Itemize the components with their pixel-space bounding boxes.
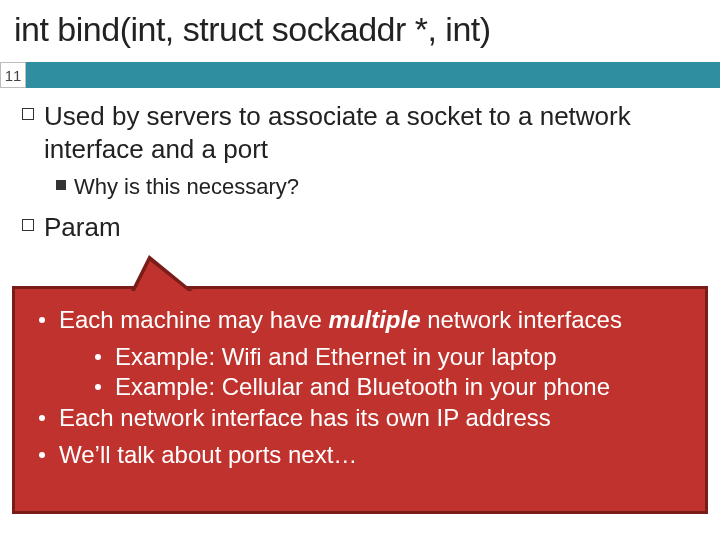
bullet-level1: Used by servers to associate a socket to…: [22, 100, 702, 165]
bullet-level2: Why is this necessary?: [56, 173, 702, 201]
callout-text: Each machine may have multiple network i…: [59, 305, 622, 336]
page-number-badge: 11: [0, 62, 26, 88]
speech-pointer-fill-icon: [135, 261, 188, 291]
filled-square-bullet-icon: [56, 180, 66, 190]
header-stripe: [0, 62, 720, 88]
callout-bullet: We’ll talk about ports next…: [33, 440, 687, 471]
bullet-text: Why is this necessary?: [74, 173, 299, 201]
bullet-text: Param: [44, 211, 121, 244]
body-content: Used by servers to associate a socket to…: [22, 100, 702, 251]
dot-bullet-icon: [95, 384, 101, 390]
dot-bullet-icon: [39, 317, 45, 323]
bullet-level1: Param: [22, 211, 702, 244]
dot-bullet-icon: [39, 415, 45, 421]
text-segment: Why: [74, 174, 118, 199]
text-segment: network interfaces: [421, 306, 622, 333]
callout-sub-bullet: Example: Cellular and Bluetooth in your …: [89, 372, 687, 403]
callout-text: We’ll talk about ports next…: [59, 440, 357, 471]
emphasis-text: multiple: [328, 306, 420, 333]
callout-sub-bullet: Example: Wifi and Ethernet in your lapto…: [89, 342, 687, 373]
callout-bullet: Each network interface has its own IP ad…: [33, 403, 687, 434]
callout-text: Example: Cellular and Bluetooth in your …: [115, 372, 610, 403]
slide: int bind(int, struct sockaddr *, int) 11…: [0, 0, 720, 540]
dot-bullet-icon: [95, 354, 101, 360]
text-segment: Each machine may have: [59, 306, 328, 333]
dot-bullet-icon: [39, 452, 45, 458]
bullet-text: Used by servers to associate a socket to…: [44, 100, 702, 165]
callout-bullet: Each machine may have multiple network i…: [33, 305, 687, 336]
text-segment: is this necessary?: [118, 174, 299, 199]
square-bullet-icon: [22, 219, 34, 231]
callout-box: Each machine may have multiple network i…: [12, 286, 708, 514]
callout-text: Example: Wifi and Ethernet in your lapto…: [115, 342, 557, 373]
square-bullet-icon: [22, 108, 34, 120]
callout-text: Each network interface has its own IP ad…: [59, 403, 551, 434]
slide-title: int bind(int, struct sockaddr *, int): [14, 10, 491, 49]
